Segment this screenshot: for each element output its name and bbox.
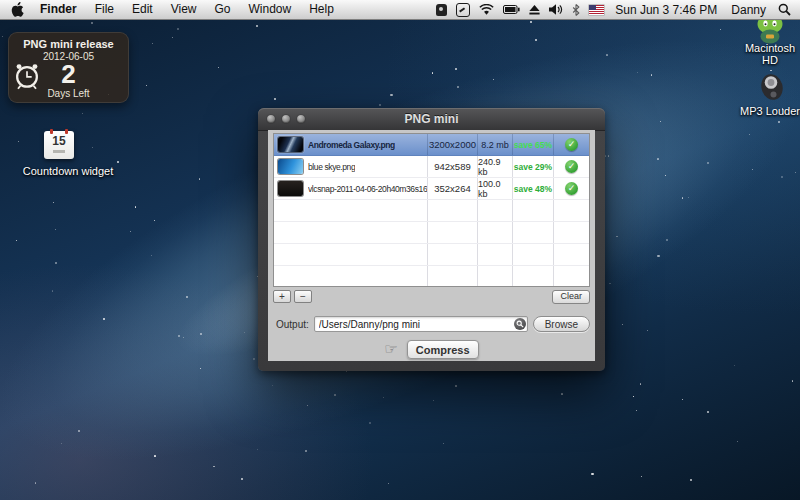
empty-cell (553, 200, 589, 221)
volume-icon[interactable] (549, 0, 563, 19)
file-name: blue skye.png (308, 162, 355, 172)
file-size-cell: 240.9 kb (477, 156, 512, 177)
menu-edit[interactable]: Edit (123, 0, 162, 19)
empty-cell (274, 222, 427, 243)
apple-icon (11, 2, 24, 17)
empty-cell (553, 266, 589, 287)
file-thumbnail (278, 137, 303, 152)
browse-button[interactable]: Browse (533, 316, 590, 332)
empty-cell (512, 200, 553, 221)
empty-cell (512, 244, 553, 265)
countdown-widget[interactable]: PNG mini release 2012-06-05 2 Days Left (8, 32, 129, 103)
menu-file[interactable]: File (86, 0, 123, 19)
macintosh-hd-label[interactable]: Macintosh HD (740, 42, 800, 66)
check-icon: ✓ (565, 160, 578, 173)
magnifier-icon (516, 320, 524, 328)
user-menu[interactable]: Danny (728, 3, 769, 17)
minimize-button[interactable] (282, 115, 290, 123)
check-icon: ✓ (565, 182, 578, 195)
reveal-path-button[interactable] (514, 318, 526, 330)
window-title: PNG mini (258, 112, 605, 126)
table-row[interactable]: blue skye.png942x589240.9 kbsave 29%✓ (274, 156, 589, 178)
menu-status-area: Sun Jun 3 7:46 PM Danny (436, 0, 800, 19)
table-row-empty[interactable] (274, 244, 589, 266)
table-row[interactable]: Andromeda Galaxy.png3200x20008.2 mbsave … (274, 134, 589, 156)
menu-extra-icon[interactable] (436, 4, 447, 16)
png-mini-window: PNG mini Andromeda Galaxy.png3200x20008.… (258, 108, 605, 371)
file-status-cell: ✓ (553, 178, 589, 199)
empty-cell (477, 222, 512, 243)
widget-title: PNG mini release (8, 38, 129, 50)
menu-clock[interactable]: Sun Jun 3 7:46 PM (613, 3, 719, 17)
menu-finder[interactable]: Finder (31, 0, 86, 19)
empty-cell (274, 244, 427, 265)
output-label: Output: (276, 319, 309, 330)
table-toolbar: + − Clear (273, 289, 590, 304)
file-status-cell: ✓ (553, 134, 589, 155)
add-file-button[interactable]: + (273, 290, 291, 303)
empty-cell (512, 222, 553, 243)
zoom-button[interactable] (297, 115, 305, 123)
empty-cell (427, 244, 477, 265)
countdown-widget-icon[interactable]: 15 (44, 131, 74, 159)
menu-bar: FinderFileEditViewGoWindowHelp Sun Jun 3… (0, 0, 800, 20)
file-dimensions-cell: 942x589 (427, 156, 477, 177)
file-status-cell: ✓ (553, 156, 589, 177)
alarm-clock-icon (12, 59, 42, 95)
menu-help[interactable]: Help (300, 0, 343, 19)
window-titlebar[interactable]: PNG mini (258, 108, 605, 131)
spotlight-icon[interactable] (778, 0, 791, 19)
calendar-day: 15 (44, 135, 74, 147)
file-save-cell: save 65% (512, 134, 553, 155)
remove-file-button[interactable]: − (294, 290, 312, 303)
empty-cell (274, 266, 427, 287)
table-row-empty[interactable] (274, 200, 589, 222)
us-flag-icon[interactable] (589, 5, 604, 15)
file-name: Andromeda Galaxy.png (308, 140, 395, 150)
mp3-louder-icon[interactable] (757, 70, 787, 108)
empty-cell (553, 244, 589, 265)
file-save-cell: save 48% (512, 178, 553, 199)
file-dimensions-cell: 352x264 (427, 178, 477, 199)
compress-button[interactable]: Compress (407, 340, 479, 359)
clear-button[interactable]: Clear (552, 290, 590, 304)
file-table[interactable]: Andromeda Galaxy.png3200x20008.2 mbsave … (273, 133, 590, 287)
empty-cell (477, 244, 512, 265)
mp3-louder-label[interactable]: MP3 Louder (735, 105, 800, 117)
table-row-empty[interactable] (274, 222, 589, 244)
file-save-cell: save 29% (512, 156, 553, 177)
file-thumbnail (278, 159, 303, 174)
countdown-icon-label[interactable]: Countdown widget (18, 165, 118, 177)
window-content: Andromeda Galaxy.png3200x20008.2 mbsave … (268, 130, 595, 361)
output-path-input[interactable] (314, 316, 528, 332)
empty-cell (274, 200, 427, 221)
file-size-cell: 8.2 mb (477, 134, 512, 155)
file-name-cell: Andromeda Galaxy.png (274, 134, 427, 155)
empty-cell (427, 200, 477, 221)
close-button[interactable] (267, 115, 275, 123)
eject-icon[interactable] (529, 0, 540, 19)
menu-go[interactable]: Go (206, 0, 240, 19)
empty-cell (553, 222, 589, 243)
menu-view[interactable]: View (162, 0, 206, 19)
empty-cell (427, 266, 477, 287)
empty-cell (477, 200, 512, 221)
battery-icon[interactable] (503, 0, 520, 19)
pointing-hand-icon: ☞ (384, 342, 397, 357)
menu-window[interactable]: Window (240, 0, 301, 19)
compress-row: ☞ Compress (273, 340, 590, 359)
menu-items: FinderFileEditViewGoWindowHelp (31, 0, 343, 19)
output-row: Output: Browse (273, 316, 590, 332)
empty-cell (427, 222, 477, 243)
empty-cell (512, 266, 553, 287)
file-name: vlcsnap-2011-04-06-20h40m36s165.png (308, 184, 427, 194)
wifi-icon[interactable] (479, 0, 494, 19)
apple-menu[interactable] (0, 0, 31, 19)
bluetooth-icon[interactable] (572, 0, 580, 19)
file-thumbnail (278, 181, 303, 196)
table-row-empty[interactable] (274, 266, 589, 287)
file-name-cell: blue skye.png (274, 156, 427, 177)
table-row[interactable]: vlcsnap-2011-04-06-20h40m36s165.png352x2… (274, 178, 589, 200)
input-source-icon[interactable] (456, 3, 470, 17)
check-icon: ✓ (565, 138, 578, 151)
